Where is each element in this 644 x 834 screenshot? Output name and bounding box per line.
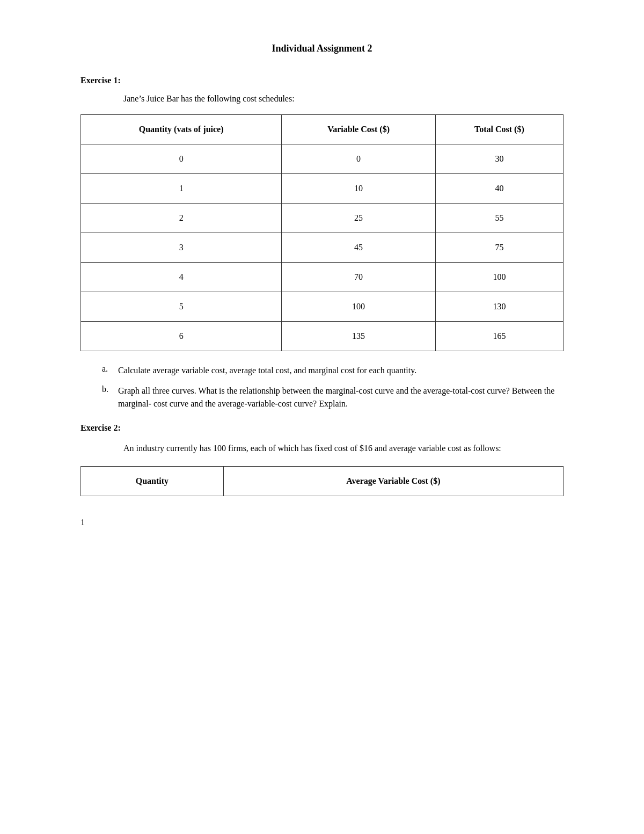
cell-quantity: 2: [81, 204, 282, 233]
second-col-header-avc: Average Variable Cost ($): [223, 466, 563, 496]
table-row: 5100130: [81, 292, 564, 322]
cell-total-cost: 100: [435, 263, 563, 292]
table-row: 6135165: [81, 322, 564, 351]
table-row: 0030: [81, 144, 564, 174]
question-a: a. Calculate average variable cost, aver…: [102, 364, 564, 377]
cell-variable-cost: 100: [282, 292, 436, 322]
page-number: 1: [80, 518, 564, 527]
exercise1-heading: Exercise 1:: [80, 76, 564, 85]
cell-variable-cost: 135: [282, 322, 436, 351]
cell-total-cost: 55: [435, 204, 563, 233]
question-b-label: b.: [102, 385, 118, 410]
cell-variable-cost: 25: [282, 204, 436, 233]
exercise1-intro: Jane’s Juice Bar has the following cost …: [123, 94, 564, 104]
cell-variable-cost: 70: [282, 263, 436, 292]
table-row: 11040: [81, 174, 564, 204]
question-b-text: Graph all three curves. What is the rela…: [118, 385, 564, 410]
table-row: 22555: [81, 204, 564, 233]
exercise1-questions: a. Calculate average variable cost, aver…: [80, 364, 564, 410]
cell-quantity: 0: [81, 144, 282, 174]
cell-total-cost: 75: [435, 233, 563, 263]
cell-quantity: 3: [81, 233, 282, 263]
table-row: 34575: [81, 233, 564, 263]
cell-quantity: 5: [81, 292, 282, 322]
question-a-label: a.: [102, 364, 118, 377]
cost-table: Quantity (vats of juice) Variable Cost (…: [80, 114, 564, 351]
exercise2-intro: An industry currently has 100 firms, eac…: [123, 441, 564, 455]
second-table: Quantity Average Variable Cost ($): [80, 466, 564, 496]
cell-variable-cost: 45: [282, 233, 436, 263]
cell-total-cost: 165: [435, 322, 563, 351]
cell-total-cost: 130: [435, 292, 563, 322]
question-a-text: Calculate average variable cost, average…: [118, 364, 416, 377]
question-b: b. Graph all three curves. What is the r…: [102, 385, 564, 410]
page-container: Individual Assignment 2 Exercise 1: Jane…: [80, 0, 564, 560]
col-header-total-cost: Total Cost ($): [435, 115, 563, 144]
col-header-variable-cost: Variable Cost ($): [282, 115, 436, 144]
cell-quantity: 6: [81, 322, 282, 351]
exercise2-heading: Exercise 2:: [80, 423, 564, 433]
cell-quantity: 4: [81, 263, 282, 292]
cell-variable-cost: 10: [282, 174, 436, 204]
cell-total-cost: 30: [435, 144, 563, 174]
cell-total-cost: 40: [435, 174, 563, 204]
table-row: 470100: [81, 263, 564, 292]
col-header-quantity: Quantity (vats of juice): [81, 115, 282, 144]
page-title: Individual Assignment 2: [80, 43, 564, 54]
cell-quantity: 1: [81, 174, 282, 204]
cell-variable-cost: 0: [282, 144, 436, 174]
second-col-header-quantity: Quantity: [81, 466, 224, 496]
